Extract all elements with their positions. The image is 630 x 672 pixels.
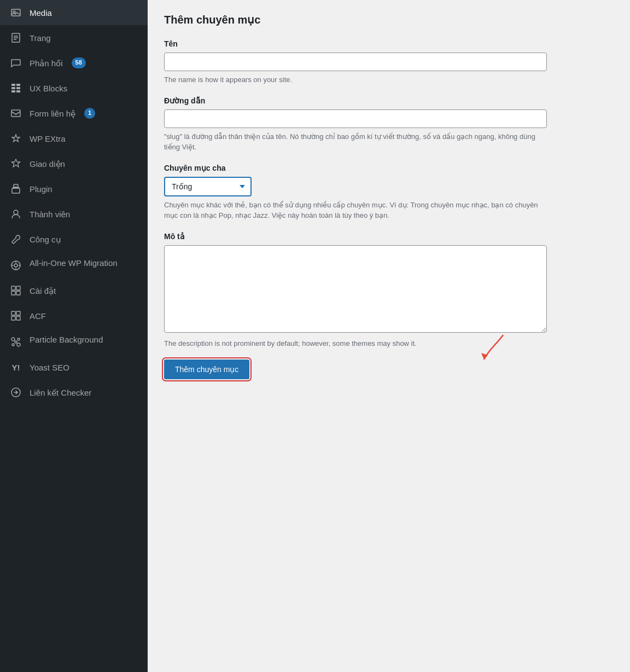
svg-point-28	[12, 344, 14, 346]
form-group-chuyen-muc-cha: Chuyên mục cha Trống Chuyên mục khác với…	[164, 164, 547, 221]
svg-rect-24	[11, 316, 15, 320]
svg-rect-8	[11, 87, 15, 89]
thanh-vien-icon	[9, 207, 23, 221]
sidebar-label-phan-hoi: Phản hồi	[30, 57, 63, 69]
sidebar-item-all-in-one[interactable]: All-in-One WP Migration	[0, 252, 148, 278]
ten-input[interactable]	[164, 53, 547, 71]
svg-rect-11	[16, 90, 20, 92]
svg-point-26	[11, 338, 15, 341]
phan-hoi-badge: 58	[72, 57, 86, 68]
sidebar-label-media: Media	[30, 7, 52, 19]
chuyen-muc-cha-label: Chuyên mục cha	[164, 164, 547, 172]
svg-point-15	[14, 210, 18, 215]
trang-icon	[9, 31, 23, 45]
sidebar-item-yoast-seo[interactable]: Y! Yoast SEO	[0, 355, 148, 380]
duong-dan-input[interactable]	[164, 109, 547, 128]
form-group-duong-dan: Đường dẫn "slug" là đường dẫn thân thiện…	[164, 96, 547, 153]
form-lien-he-badge: 1	[84, 108, 95, 118]
plugin-icon	[9, 182, 23, 196]
svg-point-29	[17, 343, 20, 346]
svg-rect-9	[16, 87, 20, 89]
submit-container: Thêm chuyên mục	[164, 360, 547, 379]
svg-rect-7	[16, 84, 20, 86]
svg-rect-19	[16, 286, 20, 290]
lien-ket-checker-icon	[9, 385, 23, 399]
sidebar-label-cai-dat: Cài đặt	[30, 285, 56, 297]
sidebar-item-media[interactable]: Media	[0, 0, 148, 25]
all-in-one-icon	[9, 258, 23, 273]
svg-rect-10	[11, 90, 15, 92]
page-title: Thêm chuyên mục	[164, 13, 547, 26]
sidebar-item-form-lien-he[interactable]: Form liên hệ 1	[0, 101, 148, 126]
acf-icon	[9, 309, 23, 323]
sidebar-label-thanh-vien: Thành viên	[30, 208, 70, 220]
svg-rect-20	[11, 291, 15, 295]
sidebar-item-cong-cu[interactable]: Công cụ	[0, 227, 148, 252]
sidebar-item-wp-extra[interactable]: WP EXtra	[0, 126, 148, 151]
chuyen-muc-cha-select[interactable]: Trống	[164, 177, 252, 196]
svg-rect-23	[16, 311, 20, 315]
form-group-mo-ta: Mô tả The description is not prominent b…	[164, 232, 547, 349]
form-lien-he-icon	[9, 106, 23, 120]
giao-dien-icon	[9, 157, 23, 171]
sidebar: Media Trang Phản hồi 58 UX Blocks Form l…	[0, 0, 148, 672]
sidebar-item-particle-background[interactable]: Particle Background	[0, 328, 148, 355]
svg-rect-18	[11, 286, 15, 290]
sidebar-label-trang: Trang	[30, 32, 51, 44]
duong-dan-hint: "slug" là đường dẫn thân thiện của tên. …	[164, 131, 547, 153]
particle-background-icon	[9, 335, 23, 349]
sidebar-label-lien-ket-checker: Liên kết Checker	[30, 387, 91, 398]
cong-cu-icon	[9, 232, 23, 246]
svg-rect-12	[11, 110, 20, 117]
phan-hoi-icon	[9, 56, 23, 70]
mo-ta-label: Mô tả	[164, 232, 547, 241]
ten-hint: The name is how it appears on your site.	[164, 74, 547, 85]
sidebar-item-ux-blocks[interactable]: UX Blocks	[0, 76, 148, 101]
sidebar-item-phan-hoi[interactable]: Phản hồi 58	[0, 50, 148, 76]
svg-rect-0	[11, 9, 20, 16]
chuyen-muc-cha-hint: Chuyên mục khác với thẻ, bạn có thể sử d…	[164, 200, 547, 221]
ux-blocks-icon	[9, 81, 23, 95]
yoast-seo-icon: Y!	[9, 360, 23, 374]
sidebar-item-acf[interactable]: ACF	[0, 303, 148, 328]
svg-point-17	[14, 264, 18, 267]
sidebar-label-particle-background: Particle Background	[30, 334, 103, 345]
sidebar-item-cai-dat[interactable]: Cài đặt	[0, 278, 148, 303]
svg-rect-6	[11, 84, 15, 86]
mo-ta-textarea[interactable]	[164, 245, 547, 333]
svg-point-27	[18, 338, 20, 340]
sidebar-label-ux-blocks: UX Blocks	[30, 83, 67, 94]
svg-rect-25	[16, 316, 20, 320]
svg-rect-22	[11, 311, 15, 315]
sidebar-label-cong-cu: Công cụ	[30, 234, 61, 245]
form-group-ten: Tên The name is how it appears on your s…	[164, 39, 547, 85]
svg-point-30	[15, 341, 17, 343]
sidebar-label-all-in-one: All-in-One WP Migration	[30, 257, 118, 269]
svg-rect-21	[16, 291, 20, 295]
submit-button[interactable]: Thêm chuyên mục	[164, 360, 249, 379]
sidebar-label-wp-extra: WP EXtra	[30, 133, 66, 144]
arrow-annotation	[470, 332, 514, 365]
sidebar-label-yoast-seo: Yoast SEO	[30, 362, 69, 373]
svg-rect-13	[14, 184, 18, 187]
sidebar-item-plugin[interactable]: Plugin	[0, 176, 148, 201]
sidebar-item-giao-dien[interactable]: Giao diện	[0, 151, 148, 176]
sidebar-label-acf: ACF	[30, 310, 46, 322]
cai-dat-icon	[9, 283, 23, 298]
sidebar-item-trang[interactable]: Trang	[0, 25, 148, 50]
sidebar-item-thanh-vien[interactable]: Thành viên	[0, 201, 148, 227]
sidebar-label-plugin: Plugin	[30, 183, 52, 195]
chuyen-muc-cha-select-wrapper: Trống	[164, 177, 252, 196]
sidebar-item-lien-ket-checker[interactable]: Liên kết Checker	[0, 380, 148, 405]
media-icon	[9, 5, 23, 20]
ten-label: Tên	[164, 39, 547, 48]
main-content: Thêm chuyên mục Tên The name is how it a…	[148, 0, 630, 672]
sidebar-label-giao-dien: Giao diện	[30, 158, 65, 170]
wp-extra-icon	[9, 131, 23, 146]
duong-dan-label: Đường dẫn	[164, 96, 547, 105]
svg-rect-14	[12, 188, 20, 193]
sidebar-label-form-lien-he: Form liên hệ	[30, 108, 75, 119]
